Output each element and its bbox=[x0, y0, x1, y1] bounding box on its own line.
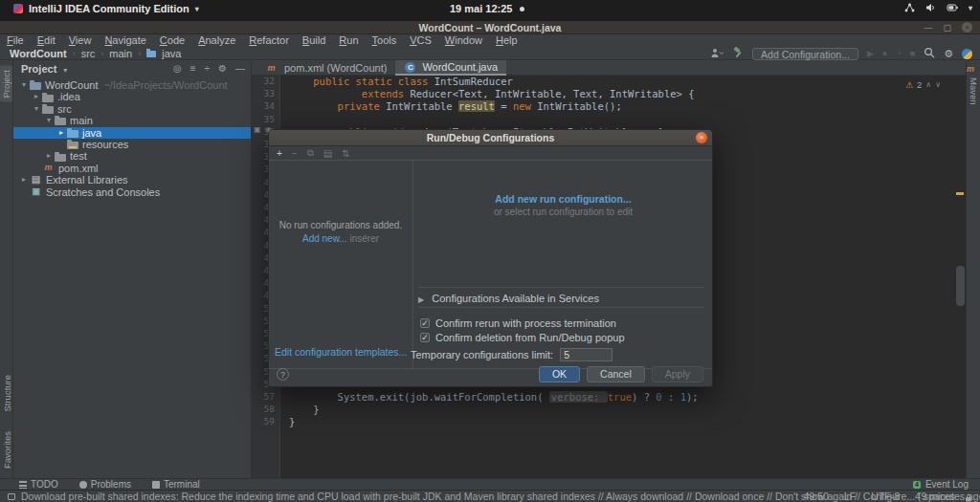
tree-item-pom-xml[interactable]: mpom.xml bbox=[13, 163, 251, 174]
tree-item-idea[interactable]: ▸.idea bbox=[13, 91, 251, 102]
sort-configurations-icon[interactable]: ⇅ bbox=[342, 148, 349, 159]
editor-tab-wordcount-java[interactable]: CWordCount.java bbox=[395, 60, 506, 76]
tool-strip-favorites[interactable]: Favorites bbox=[2, 431, 12, 469]
gutter-line-number: 59 bbox=[264, 416, 275, 428]
add-new-run-configuration-link[interactable]: Add new run configuration... bbox=[412, 193, 714, 205]
file-encoding[interactable]: UTF-8 bbox=[871, 491, 900, 502]
lock-icon[interactable] bbox=[965, 492, 972, 502]
indent-size[interactable]: 4 spaces bbox=[915, 491, 955, 502]
tool-strip-maven[interactable]: Maven bbox=[969, 77, 979, 105]
expand-collapse-icon[interactable]: ÷ bbox=[205, 60, 211, 77]
menu-build[interactable]: Build bbox=[296, 34, 332, 47]
cancel-button[interactable]: Cancel bbox=[587, 366, 645, 382]
ok-button[interactable]: OK bbox=[539, 366, 580, 382]
caret-position[interactable]: 49:50 bbox=[804, 491, 829, 502]
chevron-down-icon[interactable]: ▾ bbox=[63, 66, 67, 75]
panel-settings-gear-icon[interactable]: ⚙ bbox=[218, 60, 227, 77]
profile-icon[interactable]: ◔ bbox=[896, 49, 901, 58]
tool-strip-structure[interactable]: Structure bbox=[2, 375, 12, 412]
previous-problem-icon[interactable]: ∧ bbox=[925, 80, 931, 89]
run-icon[interactable]: ▶ bbox=[867, 49, 874, 58]
chevron-right-icon[interactable]: ▸ bbox=[44, 150, 54, 162]
checkbox-icon[interactable]: ✓ bbox=[420, 318, 430, 328]
chevron-right-icon[interactable]: ▸ bbox=[32, 91, 41, 102]
next-problem-icon[interactable]: ∨ bbox=[935, 80, 941, 89]
tree-item-java[interactable]: ▸java bbox=[13, 127, 251, 139]
menu-view[interactable]: View bbox=[62, 34, 99, 47]
collapse-all-icon[interactable]: ≡ bbox=[190, 60, 196, 77]
breadcrumb-src[interactable]: src bbox=[81, 47, 96, 60]
gutter-line-number: 32 bbox=[264, 76, 275, 88]
code-line: System.exit(job.waitForCompletion( verbo… bbox=[289, 391, 699, 404]
scrollbar-thumb[interactable] bbox=[956, 266, 965, 306]
chevron-down-icon[interactable]: ▾ bbox=[44, 115, 54, 126]
user-dropdown-icon[interactable] bbox=[710, 48, 724, 60]
battery-icon[interactable] bbox=[947, 3, 958, 12]
add-configuration-plus-icon[interactable]: + bbox=[277, 148, 282, 159]
breadcrumb-java[interactable]: java bbox=[162, 47, 181, 60]
services-section-header[interactable]: ▶ Configurations Available in Services bbox=[418, 293, 599, 304]
tool-strip-project[interactable]: Project bbox=[0, 66, 12, 102]
menu-run[interactable]: Run bbox=[332, 34, 365, 47]
menu-tools[interactable]: Tools bbox=[366, 34, 404, 47]
stop-icon[interactable]: ■ bbox=[910, 49, 915, 58]
checkbox-icon[interactable]: ✓ bbox=[420, 333, 430, 342]
menu-code[interactable]: Code bbox=[153, 34, 191, 47]
editor-tab-pom-xml-wordcount[interactable]: mpom.xml (WordCount) bbox=[256, 60, 395, 76]
menu-file[interactable]: File bbox=[0, 34, 31, 47]
tree-item-resources[interactable]: resources bbox=[13, 139, 251, 150]
chevron-right-icon[interactable]: ▸ bbox=[56, 127, 66, 139]
chevron-down-icon[interactable]: ▾ bbox=[969, 4, 972, 12]
add-new-link[interactable]: Add new... bbox=[302, 233, 347, 244]
tree-item-src[interactable]: ▾src bbox=[13, 103, 251, 115]
chevron-down-icon[interactable]: ▾ bbox=[32, 103, 41, 115]
menu-refactor[interactable]: Refactor bbox=[242, 34, 296, 47]
apply-button[interactable]: Apply bbox=[652, 366, 703, 382]
close-button[interactable]: × bbox=[962, 22, 972, 33]
temporary-configurations-limit-input[interactable] bbox=[560, 348, 612, 361]
override-method-icon[interactable]: ▣ bbox=[254, 125, 261, 134]
copy-configuration-icon[interactable]: ⧉ bbox=[307, 147, 314, 159]
menu-window[interactable]: Window bbox=[438, 34, 489, 47]
edit-templates-icon[interactable]: ▤ bbox=[323, 148, 332, 159]
project-panel-title[interactable]: Project bbox=[21, 63, 56, 75]
checkbox-row-2[interactable]: ✓Confirm deletion from Run/Debug popup bbox=[420, 331, 625, 344]
tree-item-scratches-and-consoles[interactable]: ▣Scratches and Consoles bbox=[13, 186, 251, 198]
locate-file-icon[interactable]: ◎ bbox=[173, 60, 182, 77]
build-hammer-icon[interactable] bbox=[732, 47, 744, 60]
breadcrumb-separator: › bbox=[100, 47, 103, 60]
plugin-update-icon[interactable] bbox=[962, 49, 972, 59]
add-configuration-button[interactable]: Add Configuration... bbox=[752, 48, 858, 60]
menu-analyze[interactable]: Analyze bbox=[191, 34, 242, 47]
remove-configuration-minus-icon[interactable]: − bbox=[292, 148, 298, 159]
tree-item-main[interactable]: ▾main bbox=[13, 115, 251, 126]
dialog-close-icon[interactable]: × bbox=[696, 132, 707, 143]
inspection-widget[interactable]: ⚠ 2 ∧ ∨ bbox=[905, 79, 941, 90]
clock-menu[interactable]: 19 mai 12:25 bbox=[450, 3, 524, 14]
chevron-right-icon[interactable]: ▸ bbox=[19, 174, 29, 186]
hide-panel-icon[interactable]: — bbox=[235, 60, 245, 77]
menu-vcs[interactable]: VCS bbox=[403, 34, 438, 47]
chevron-down-icon[interactable]: ▾ bbox=[19, 79, 29, 91]
search-everywhere-icon[interactable] bbox=[924, 47, 935, 60]
tree-item-path-hint: ~/IdeaProjects/WordCount bbox=[103, 79, 227, 91]
checkbox-row-1[interactable]: ✓Confirm rerun with process termination bbox=[420, 316, 625, 330]
tree-item-wordcount[interactable]: ▾WordCount~/IdeaProjects/WordCount bbox=[13, 79, 251, 91]
tree-item-external-libraries[interactable]: ▸▤External Libraries bbox=[13, 174, 251, 186]
breadcrumb-wordcount[interactable]: WordCount bbox=[10, 47, 67, 60]
app-indicator-menu[interactable]: IntelliJ IDEA Community Edition ▾ bbox=[13, 3, 199, 14]
menu-help[interactable]: Help bbox=[489, 34, 524, 47]
line-separator[interactable]: LF bbox=[844, 491, 856, 502]
debug-bug-icon[interactable]: ● bbox=[882, 49, 887, 58]
maximize-button[interactable]: ▢ bbox=[943, 23, 951, 33]
network-icon[interactable] bbox=[904, 3, 915, 12]
tree-item-test[interactable]: ▸test bbox=[13, 150, 251, 162]
edit-configuration-templates-link[interactable]: Edit configuration templates... bbox=[275, 346, 407, 358]
help-button[interactable]: ? bbox=[277, 368, 289, 381]
menu-navigate[interactable]: Navigate bbox=[98, 34, 152, 47]
breadcrumb-main[interactable]: main bbox=[109, 47, 132, 60]
settings-gear-icon[interactable]: ⚙ bbox=[944, 49, 953, 59]
minimize-button[interactable]: — bbox=[924, 23, 932, 33]
menu-edit[interactable]: Edit bbox=[31, 34, 62, 47]
volume-icon[interactable] bbox=[925, 3, 936, 12]
